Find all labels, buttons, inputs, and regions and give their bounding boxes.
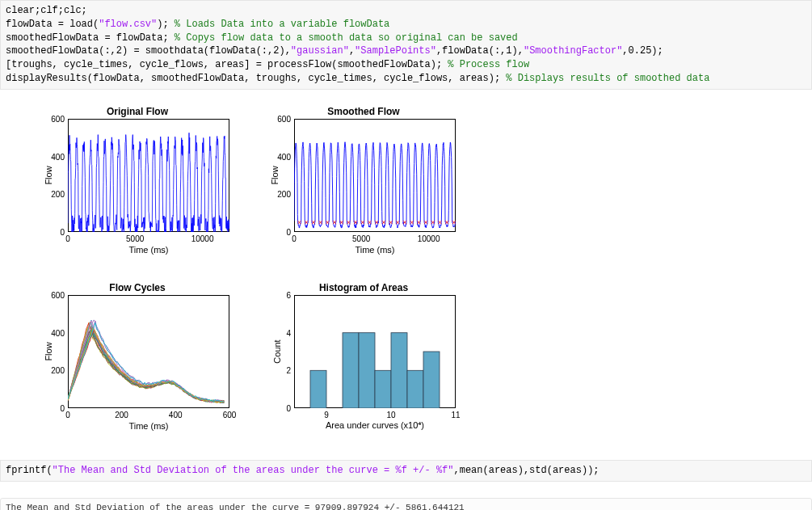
chart-smoothed-flow: Smoothed Flow Flow Time (ms) 0 200 400 6… — [259, 106, 469, 268]
svg-rect-51 — [407, 370, 423, 408]
xtick: 0 — [65, 411, 70, 419]
ytick: 400 — [40, 328, 65, 337]
xtick: 5000 — [126, 234, 144, 243]
ytick: 2 — [267, 366, 291, 375]
ytick: 600 — [267, 114, 291, 123]
ytick: 200 — [267, 190, 291, 199]
ylabel: Flow — [44, 166, 53, 184]
chart-histogram-areas: Histogram of Areas Count Area under curv… — [259, 282, 469, 444]
ylabel: Count — [272, 339, 282, 363]
xtick: 9 — [324, 411, 329, 419]
svg-rect-47 — [343, 332, 359, 407]
xlabel: Area under curves (x10⁴) — [294, 420, 456, 431]
xtick: 10000 — [418, 234, 440, 243]
code-cell-2: fprintf("The Mean and Std Deviation of t… — [0, 460, 812, 482]
ytick: 400 — [40, 152, 65, 161]
xtick: 10 — [386, 411, 395, 419]
chart-flow-cycles: Flow Cycles Flow Time (ms) 0 200 400 600… — [32, 282, 242, 444]
svg-rect-49 — [375, 370, 391, 408]
line-plot — [68, 119, 229, 232]
xtick: 11 — [451, 411, 460, 419]
svg-rect-50 — [391, 332, 407, 407]
ytick: 0 — [40, 403, 65, 412]
ytick: 0 — [267, 227, 291, 236]
code-cell-1: clear;clf;clc; flowData = load("flow.csv… — [0, 0, 812, 90]
svg-rect-48 — [359, 332, 375, 407]
ytick: 0 — [267, 403, 291, 412]
xtick: 5000 — [352, 234, 370, 243]
chart-original-flow: Original Flow Flow Time (ms) 0 200 400 6… — [32, 106, 242, 268]
xtick: 400 — [169, 411, 183, 419]
ytick: 400 — [267, 152, 291, 161]
figure-output: Original Flow Flow Time (ms) 0 200 400 6… — [0, 90, 812, 460]
text-output: The Mean and Std Deviation of the areas … — [0, 498, 812, 510]
ylabel: Flow — [44, 342, 53, 360]
xlabel: Time (ms) — [68, 421, 229, 431]
xtick: 200 — [115, 411, 128, 419]
line-plot — [294, 119, 456, 232]
ytick: 0 — [40, 227, 65, 236]
ylabel: Flow — [270, 166, 280, 184]
svg-rect-52 — [423, 352, 440, 408]
xlabel: Time (ms) — [68, 245, 229, 255]
ytick: 6 — [267, 290, 291, 299]
xlabel: Time (ms) — [294, 245, 456, 255]
line-plot — [68, 295, 229, 408]
ytick: 200 — [40, 190, 65, 199]
svg-rect-46 — [310, 370, 326, 408]
ytick: 600 — [40, 114, 65, 123]
xtick: 10000 — [191, 234, 214, 243]
ytick: 200 — [40, 366, 65, 375]
xtick: 0 — [292, 234, 297, 243]
bar-plot — [294, 295, 456, 408]
ytick: 4 — [267, 328, 291, 337]
xtick: 0 — [65, 234, 70, 243]
ytick: 600 — [40, 290, 65, 299]
xtick: 600 — [223, 411, 237, 419]
